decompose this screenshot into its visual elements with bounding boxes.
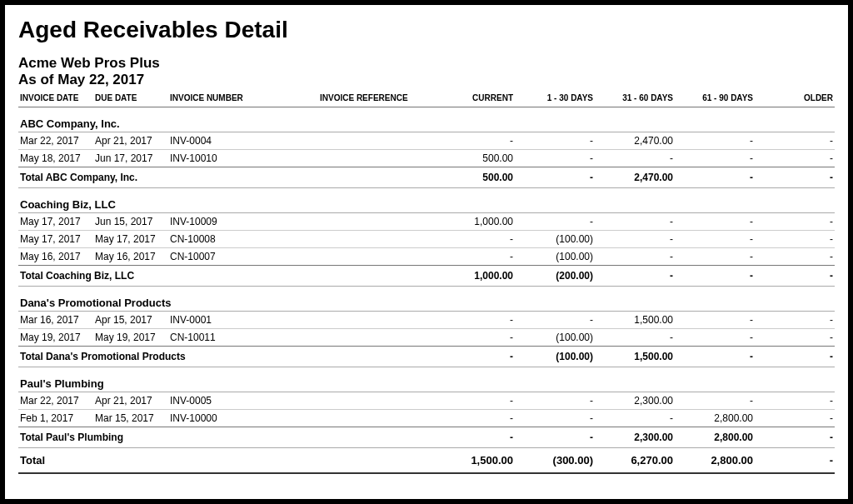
- group-name: Dana's Promotional Products: [18, 287, 835, 312]
- col-due-date: DUE DATE: [93, 92, 168, 107]
- table-row: May 19, 2017May 19, 2017CN-10011-(100.00…: [18, 329, 835, 347]
- group-header: Paul's Plumbing: [18, 367, 835, 392]
- group-name: ABC Company, Inc.: [18, 107, 835, 132]
- col-1-30: 1 - 30 DAYS: [515, 92, 595, 107]
- group-name: Coaching Biz, LLC: [18, 188, 835, 213]
- group-total-label: Total Dana's Promotional Products: [18, 347, 435, 367]
- table-row: Mar 16, 2017Apr 15, 2017INV-0001--1,500.…: [18, 312, 835, 329]
- col-31-60: 31 - 60 DAYS: [595, 92, 675, 107]
- company-name: Acme Web Pros Plus: [18, 55, 835, 72]
- col-current: CURRENT: [435, 92, 515, 107]
- col-older: OLDER: [755, 92, 835, 107]
- table-row: May 17, 2017Jun 15, 2017INV-100091,000.0…: [18, 213, 835, 231]
- group-header: Dana's Promotional Products: [18, 287, 835, 312]
- table-row: May 16, 2017May 16, 2017CN-10007-(100.00…: [18, 248, 835, 266]
- aged-receivables-table: INVOICE DATE DUE DATE INVOICE NUMBER INV…: [18, 92, 835, 474]
- table-row: May 18, 2017Jun 17, 2017INV-10010500.00-…: [18, 150, 835, 167]
- col-61-90: 61 - 90 DAYS: [675, 92, 755, 107]
- table-row: Mar 22, 2017Apr 21, 2017INV-0005--2,300.…: [18, 392, 835, 410]
- table-row: Feb 1, 2017Mar 15, 2017INV-10000---2,800…: [18, 410, 835, 427]
- table-row: Mar 22, 2017Apr 21, 2017INV-0004--2,470.…: [18, 132, 835, 150]
- col-invoice-reference: INVOICE REFERENCE: [318, 92, 435, 107]
- grand-total-label: Total: [18, 448, 435, 474]
- group-name: Paul's Plumbing: [18, 367, 835, 392]
- as-of-date: As of May 22, 2017: [18, 72, 835, 88]
- column-header-row: INVOICE DATE DUE DATE INVOICE NUMBER INV…: [18, 92, 835, 107]
- group-total-label: Total ABC Company, Inc.: [18, 167, 435, 188]
- group-total-row: Total Coaching Biz, LLC1,000.00(200.00)-…: [18, 266, 835, 287]
- group-total-row: Total Dana's Promotional Products-(100.0…: [18, 347, 835, 367]
- group-header: ABC Company, Inc.: [18, 107, 835, 132]
- col-invoice-date: INVOICE DATE: [18, 92, 93, 107]
- table-row: May 17, 2017May 17, 2017CN-10008-(100.00…: [18, 231, 835, 248]
- group-total-label: Total Paul's Plumbing: [18, 427, 435, 448]
- group-total-label: Total Coaching Biz, LLC: [18, 266, 435, 287]
- group-total-row: Total Paul's Plumbing--2,300.002,800.00-: [18, 427, 835, 448]
- group-total-row: Total ABC Company, Inc.500.00-2,470.00--: [18, 167, 835, 188]
- col-invoice-number: INVOICE NUMBER: [168, 92, 318, 107]
- grand-total-row: Total1,500.00(300.00)6,270.002,800.00-: [18, 448, 835, 474]
- group-header: Coaching Biz, LLC: [18, 188, 835, 213]
- report-title: Aged Receivables Detail: [18, 17, 835, 43]
